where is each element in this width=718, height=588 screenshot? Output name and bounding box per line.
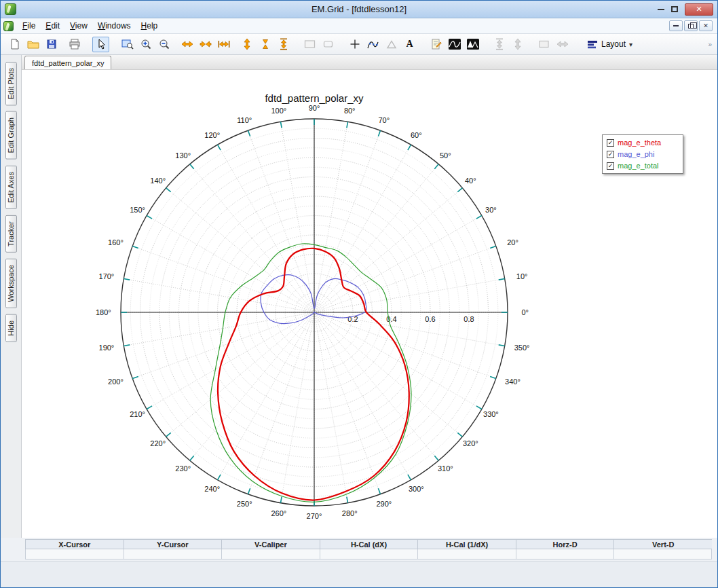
legend-item: mag_e_total xyxy=(607,161,679,170)
cursor-col-header: H-Cal (1/dX) xyxy=(417,539,516,549)
waveform-view-button[interactable] xyxy=(446,37,463,52)
legend-checkbox[interactable] xyxy=(607,139,614,147)
rect-tool-2-icon xyxy=(322,39,334,49)
toolbar-overflow-button[interactable] xyxy=(708,41,712,48)
sidebar-tab-edit-graph[interactable]: Edit Graph xyxy=(5,111,17,160)
sidebar-tab-edit-plots[interactable]: Edit Plots xyxy=(5,62,17,105)
app-logo-icon xyxy=(5,3,16,15)
minimize-button[interactable] xyxy=(658,9,664,10)
legend-label: mag_e_phi xyxy=(618,150,654,158)
mdi-close-button[interactable] xyxy=(699,20,713,31)
curve-fit-button[interactable] xyxy=(364,37,381,52)
svg-text:290°: 290° xyxy=(376,500,392,508)
svg-text:190°: 190° xyxy=(99,344,115,352)
legend-label: mag_e_total xyxy=(618,162,659,170)
expand-y-button[interactable] xyxy=(238,37,255,52)
cursor-col-header: H-Cal (dX) xyxy=(320,539,418,549)
save-button[interactable] xyxy=(43,37,60,52)
mdi-minimize-icon xyxy=(673,25,679,26)
legend-checkbox[interactable] xyxy=(607,151,614,158)
notes-button[interactable] xyxy=(428,37,445,52)
svg-text:270°: 270° xyxy=(307,512,322,520)
toolbar: A Layout xyxy=(1,34,717,55)
legend-item: mag_e_theta xyxy=(607,138,679,147)
mdi-minimize-button[interactable] xyxy=(669,20,683,31)
select-cursor-button[interactable] xyxy=(92,37,109,52)
window-title: EM.Grid - [fdtdlesson12] xyxy=(1,4,717,14)
sidebar-tab-hide[interactable]: Hide xyxy=(5,314,17,342)
svg-text:330°: 330° xyxy=(483,410,499,418)
curve-fit-icon xyxy=(367,39,379,50)
maximize-icon xyxy=(671,6,678,12)
zoom-out-button[interactable] xyxy=(155,37,172,52)
close-button[interactable] xyxy=(685,3,713,16)
box-disabled-button xyxy=(535,37,552,52)
legend-item: mag_e_phi xyxy=(607,149,679,159)
menu-help[interactable]: Help xyxy=(136,19,163,33)
expand-y-icon xyxy=(242,38,252,50)
legend: mag_e_theta mag_e_phi mag_e_total xyxy=(602,134,683,174)
floppy-icon xyxy=(46,39,57,50)
cursor-arrow-icon xyxy=(96,39,107,50)
legend-checkbox[interactable] xyxy=(607,162,614,170)
sidebar-tab-edit-axes[interactable]: Edit Axes xyxy=(5,166,17,209)
svg-text:150°: 150° xyxy=(130,206,145,214)
cursor-value-cell xyxy=(25,549,124,559)
minimize-icon xyxy=(658,9,664,10)
multi-waveform-button[interactable] xyxy=(464,37,481,52)
svg-text:160°: 160° xyxy=(108,238,124,246)
new-file-button[interactable] xyxy=(6,37,23,52)
maximize-button[interactable] xyxy=(671,6,678,12)
menu-windows[interactable]: Windows xyxy=(93,19,136,33)
open-file-button[interactable] xyxy=(24,37,41,52)
document-tab[interactable]: fdtd_pattern_polar_xy xyxy=(24,56,111,69)
waveform-icon xyxy=(449,39,461,50)
svg-text:170°: 170° xyxy=(99,272,115,280)
crosshair-button[interactable] xyxy=(346,37,363,52)
layout-dropdown[interactable]: Layout xyxy=(582,37,638,52)
svg-text:40°: 40° xyxy=(465,177,476,185)
menu-edit[interactable]: Edit xyxy=(41,19,64,33)
svg-text:140°: 140° xyxy=(150,177,166,185)
shrink-y-button[interactable] xyxy=(257,37,273,52)
notes-icon xyxy=(431,39,442,50)
plot-area: 0°10°20°30°40°50°60°70°80°90°100°110°120… xyxy=(22,70,717,538)
svg-text:350°: 350° xyxy=(514,344,530,352)
svg-text:240°: 240° xyxy=(204,485,220,493)
sidebar-tab-strip: Edit Plots Edit Graph Edit Axes Tracker … xyxy=(1,55,22,538)
cursor-col-header: Vert-D xyxy=(613,539,712,549)
svg-text:200°: 200° xyxy=(108,378,124,386)
menu-bar: File Edit View Windows Help xyxy=(1,18,717,34)
cursor-value-cell xyxy=(320,549,418,559)
new-page-icon xyxy=(10,39,20,50)
rect-tool-2-button xyxy=(320,37,337,52)
svg-text:90°: 90° xyxy=(309,104,320,112)
layout-icon xyxy=(587,40,598,49)
svg-text:0°: 0° xyxy=(521,308,529,316)
shrink-x-button[interactable] xyxy=(197,37,214,52)
menu-file[interactable]: File xyxy=(18,19,40,33)
menu-view[interactable]: View xyxy=(65,19,92,33)
svg-text:180°: 180° xyxy=(96,308,111,316)
svg-text:0.6: 0.6 xyxy=(425,315,435,323)
fit-y-button[interactable] xyxy=(275,37,292,52)
zoom-box-button[interactable] xyxy=(119,37,136,52)
zoom-in-icon xyxy=(140,39,151,50)
cursor-value-cell xyxy=(124,549,222,559)
svg-text:130°: 130° xyxy=(175,151,191,160)
sidebar-tab-tracker[interactable]: Tracker xyxy=(5,215,17,253)
bottom-panel xyxy=(1,561,717,587)
cursor-col-header: Y-Cursor xyxy=(124,539,222,549)
sidebar-tab-workspace[interactable]: Workspace xyxy=(5,259,17,308)
print-button[interactable] xyxy=(66,37,83,52)
scale-x-gray-icon xyxy=(556,39,569,50)
fit-x-button[interactable] xyxy=(215,37,232,52)
zoom-in-button[interactable] xyxy=(137,37,154,52)
fit-y-gray-icon xyxy=(494,38,505,50)
text-tool-button[interactable]: A xyxy=(401,37,418,52)
expand-x-button[interactable] xyxy=(178,37,195,52)
cursor-value-cell xyxy=(613,549,712,559)
title-bar: EM.Grid - [fdtdlesson12] xyxy=(1,1,717,18)
mdi-restore-button[interactable] xyxy=(684,20,698,31)
scale-x-disabled-button xyxy=(554,37,571,52)
